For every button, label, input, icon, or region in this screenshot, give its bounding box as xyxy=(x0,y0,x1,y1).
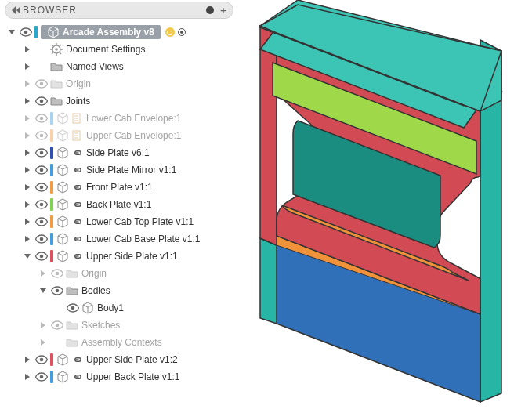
tree-item-label: Lower Cab Envelope:1 xyxy=(83,113,181,124)
visibility-icon[interactable] xyxy=(34,371,49,382)
expand-icon[interactable]: ＋ xyxy=(219,4,228,17)
svg-marker-14 xyxy=(25,81,30,87)
expand-arrow-icon[interactable] xyxy=(24,97,31,105)
visibility-icon[interactable] xyxy=(34,147,49,158)
visibility-icon[interactable] xyxy=(34,78,49,89)
tree-item[interactable]: Sketches xyxy=(3,317,235,334)
expand-arrow-icon[interactable] xyxy=(24,149,31,157)
visibility-icon[interactable] xyxy=(34,113,49,124)
visibility-icon[interactable] xyxy=(50,268,64,279)
box-icon xyxy=(56,129,69,142)
svg-marker-53 xyxy=(40,288,46,293)
expand-arrow-icon[interactable] xyxy=(24,356,31,364)
expand-arrow-icon[interactable] xyxy=(39,321,47,329)
tree-item[interactable]: Document Settings xyxy=(3,41,235,58)
tree-item[interactable]: Upper Cab Envelope:1 xyxy=(3,127,235,144)
visibility-icon[interactable] xyxy=(34,182,49,193)
visibility-icon[interactable] xyxy=(34,96,49,107)
update-badge-icon[interactable] xyxy=(165,27,175,37)
visibility-icon[interactable] xyxy=(66,302,80,313)
activate-radio-icon[interactable] xyxy=(178,28,186,36)
color-bar xyxy=(50,198,53,211)
tree-item[interactable]: Lower Cab Envelope:1 xyxy=(3,110,235,127)
svg-line-11 xyxy=(60,45,61,46)
expand-arrow-icon[interactable] xyxy=(39,287,47,295)
collapse-left-icon[interactable] xyxy=(10,4,23,16)
link-icon xyxy=(71,147,83,159)
tree-item[interactable]: Front Plate v1:1 xyxy=(3,179,235,196)
tree-item[interactable]: Joints xyxy=(3,92,235,110)
expand-arrow-icon[interactable] xyxy=(24,114,31,122)
tree-item[interactable]: Side Plate v6:1 xyxy=(3,144,235,161)
tree-item[interactable]: Upper Side Plate v1:1 xyxy=(3,248,235,265)
svg-marker-51 xyxy=(41,270,45,277)
expand-arrow-icon[interactable] xyxy=(24,132,31,139)
tree-item[interactable]: Named Views xyxy=(3,58,235,75)
svg-marker-62 xyxy=(25,374,30,380)
tree-item[interactable]: Upper Side Plate v1:2 xyxy=(3,351,235,368)
tree-item-label: Lower Cab Base Plate v1:1 xyxy=(83,234,200,244)
visibility-icon[interactable] xyxy=(34,354,49,365)
visibility-icon[interactable] xyxy=(34,199,49,210)
tree-item[interactable]: Origin xyxy=(3,265,235,282)
visibility-icon[interactable] xyxy=(34,216,49,227)
svg-marker-0 xyxy=(9,30,15,34)
svg-point-52 xyxy=(56,272,60,276)
tree-item[interactable]: Bodies xyxy=(3,282,235,299)
visibility-icon[interactable] xyxy=(50,285,64,296)
expand-arrow-icon[interactable] xyxy=(24,201,31,208)
tree-item-label: Upper Side Plate v1:1 xyxy=(83,251,178,262)
visibility-icon[interactable] xyxy=(34,165,49,176)
folder-icon xyxy=(66,336,78,349)
expand-arrow-icon[interactable] xyxy=(8,28,16,36)
expand-arrow-icon[interactable] xyxy=(24,45,31,53)
visibility-icon[interactable] xyxy=(19,27,33,38)
visibility-icon[interactable] xyxy=(34,251,49,262)
tree-root[interactable]: Arcade Assembly v8 xyxy=(3,24,235,41)
expand-arrow-icon[interactable] xyxy=(24,373,31,381)
svg-marker-30 xyxy=(25,150,30,156)
svg-marker-16 xyxy=(25,98,30,104)
tree-item-label: Upper Cab Envelope:1 xyxy=(83,130,181,141)
expand-arrow-icon[interactable] xyxy=(24,63,31,71)
panel-header[interactable]: BROWSER ＋ xyxy=(5,2,233,19)
expand-arrow-icon[interactable] xyxy=(24,235,31,243)
expand-arrow-icon[interactable] xyxy=(39,270,47,277)
visibility-icon[interactable] xyxy=(50,320,64,331)
expand-arrow-icon[interactable] xyxy=(39,339,47,346)
svg-marker-33 xyxy=(25,167,30,173)
tree-item[interactable]: Body1 xyxy=(3,299,235,317)
tree-item[interactable]: Lower Cab Base Plate v1:1 xyxy=(3,230,235,248)
viewport-3d[interactable] xyxy=(243,0,514,420)
expand-arrow-icon[interactable] xyxy=(24,252,31,260)
expand-arrow-icon[interactable] xyxy=(24,166,31,174)
minimize-icon[interactable] xyxy=(206,6,214,14)
tree-item-label: Side Plate v6:1 xyxy=(83,147,150,158)
expand-arrow-icon[interactable] xyxy=(24,183,31,191)
color-bar xyxy=(50,147,53,159)
visibility-icon[interactable] xyxy=(34,234,49,244)
tree-item-label: Upper Side Plate v1:2 xyxy=(83,354,178,365)
svg-point-54 xyxy=(56,289,60,293)
tree-item[interactable]: Origin xyxy=(3,75,235,92)
tree-item[interactable]: Back Plate v1:1 xyxy=(3,196,235,213)
box-icon xyxy=(56,198,69,211)
svg-marker-13 xyxy=(25,63,30,70)
svg-rect-38 xyxy=(76,186,79,187)
tree-item[interactable]: Upper Back Plate v1:1 xyxy=(3,368,235,386)
expand-arrow-icon[interactable] xyxy=(24,218,31,226)
link-icon xyxy=(71,233,83,245)
tree-item[interactable]: Side Plate Mirror v1:1 xyxy=(3,161,235,179)
expand-arrow-icon[interactable] xyxy=(24,80,31,88)
tree-item-label: Named Views xyxy=(63,61,124,72)
box-icon xyxy=(56,112,69,125)
folder-icon xyxy=(66,267,78,280)
tree-item-label: Front Plate v1:1 xyxy=(83,182,153,193)
svg-line-9 xyxy=(52,45,53,46)
color-bar xyxy=(50,233,53,245)
root-component[interactable]: Arcade Assembly v8 xyxy=(41,25,161,39)
visibility-icon[interactable] xyxy=(34,130,49,141)
tree-item[interactable]: Lower Cab Top Plate v1:1 xyxy=(3,213,235,230)
tree-item[interactable]: Assembly Contexts xyxy=(3,334,235,351)
tree-item-label: Joints xyxy=(63,96,90,107)
